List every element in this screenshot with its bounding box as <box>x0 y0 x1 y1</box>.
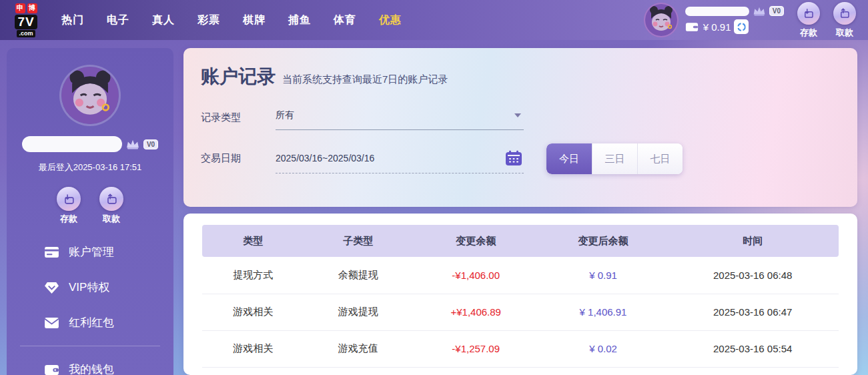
cell-time: 2025-03-16 06:48 <box>667 257 839 294</box>
records-table: 类型 子类型 变更余额 变更后余额 时间 提现方式 余额提现 -¥1,406.0… <box>202 225 839 368</box>
range-button-today[interactable]: 今日 <box>546 143 592 174</box>
cell-type: 游戏相关 <box>202 294 304 330</box>
account-records-panel: 账户记录 当前系统支持查询最近7日的账户记录 记录类型 所有 交易日期 2025… <box>183 48 857 207</box>
vip-level-badge: V0 <box>143 139 158 149</box>
range-button-7days[interactable]: 七日 <box>637 143 683 174</box>
sidebar-menu: 账户管理 VIP特权 红利红包 <box>7 225 173 375</box>
record-type-label: 记录类型 <box>201 109 276 124</box>
sidebar-item-wallet[interactable]: 我的钱包 <box>7 352 173 375</box>
cell-subtype: 游戏提现 <box>304 294 412 330</box>
card-icon <box>44 246 59 258</box>
date-range-value: 2025/03/16~2025/03/16 <box>276 153 374 163</box>
table-row: 游戏相关 游戏充值 -¥1,257.09 ¥ 0.02 2025-03-16 0… <box>202 330 839 367</box>
withdraw-button[interactable]: 取款 <box>833 2 856 39</box>
logo-text: 7V <box>15 15 37 29</box>
menu-divider <box>20 346 160 346</box>
balance-amount: ¥ 0.91 <box>703 21 731 33</box>
crown-icon <box>125 139 140 149</box>
sidebar-item-vip[interactable]: VIP特权 <box>7 270 173 305</box>
deposit-icon <box>797 2 820 25</box>
withdraw-icon <box>833 2 856 25</box>
cell-type: 游戏相关 <box>202 330 304 367</box>
sidebar-item-bonus[interactable]: 红利红包 <box>7 305 173 340</box>
vip-level-badge: V0 <box>769 6 784 16</box>
header-type: 类型 <box>202 225 304 257</box>
page-title: 账户记录 <box>201 64 276 89</box>
cell-time: 2025-03-16 05:54 <box>667 330 839 367</box>
logo-badge-shen: 申 <box>15 3 25 13</box>
nav-item-slots[interactable]: 电子 <box>107 13 129 27</box>
cell-change: -¥1,406.00 <box>412 257 540 294</box>
cell-time: 2025-03-16 06:47 <box>667 294 839 330</box>
gem-icon <box>44 281 59 294</box>
withdraw-icon <box>99 187 123 211</box>
nav-item-sports[interactable]: 体育 <box>334 13 356 27</box>
page-subtitle: 当前系统支持查询最近7日的账户记录 <box>282 73 448 86</box>
nav-item-lottery[interactable]: 彩票 <box>197 13 220 27</box>
date-range-input[interactable]: 2025/03/16~2025/03/16 <box>276 150 524 173</box>
cell-balance: ¥ 0.02 <box>540 330 667 367</box>
records-table-panel: 类型 子类型 变更余额 变更后余额 时间 提现方式 余额提现 -¥1,406.0… <box>183 214 857 375</box>
sidebar: V0 最后登入2025-03-16 17:51 存款 <box>7 48 173 375</box>
record-type-select[interactable]: 所有 <box>276 109 524 130</box>
cell-subtype: 余额提现 <box>304 257 412 294</box>
table-row: 游戏相关 游戏提现 +¥1,406.89 ¥ 1,406.91 2025-03-… <box>202 294 839 330</box>
nav-item-cards[interactable]: 棋牌 <box>243 13 266 27</box>
logo-badges: 申 博 <box>15 3 37 13</box>
avatar <box>61 67 119 124</box>
topbar-user-area: V0 ¥ 0.91 <box>645 2 856 39</box>
avatar[interactable] <box>645 4 677 36</box>
refresh-balance-button[interactable] <box>734 19 749 34</box>
chevron-down-icon <box>514 113 521 117</box>
last-login-text: 最后登入2025-03-16 17:51 <box>39 161 142 173</box>
deposit-button[interactable]: 存款 <box>57 187 81 225</box>
main-nav: 热门 电子 真人 彩票 棋牌 捕鱼 体育 优惠 <box>61 13 402 27</box>
user-meta: V0 ¥ 0.91 <box>685 6 784 34</box>
logo-tld: .com <box>17 30 35 37</box>
record-type-value: 所有 <box>276 109 294 121</box>
cell-type: 提现方式 <box>202 257 304 294</box>
header-subtype: 子类型 <box>304 225 412 257</box>
nav-item-live[interactable]: 真人 <box>152 13 175 27</box>
main-content: 账户记录 当前系统支持查询最近7日的账户记录 记录类型 所有 交易日期 2025… <box>183 48 857 375</box>
cell-subtype: 游戏充值 <box>304 330 412 367</box>
sidebar-item-account[interactable]: 账户管理 <box>7 234 173 270</box>
table-header-row: 类型 子类型 变更余额 变更后余额 时间 <box>202 225 839 257</box>
logo-badge-bo: 博 <box>27 3 37 13</box>
username-redacted <box>22 136 122 152</box>
username-redacted <box>685 7 749 16</box>
header-balance-after: 变更后余额 <box>540 225 667 257</box>
calendar-icon[interactable] <box>505 150 522 166</box>
crown-icon <box>753 6 766 16</box>
table-row: 提现方式 余额提现 -¥1,406.00 ¥ 0.91 2025-03-16 0… <box>202 257 839 294</box>
refresh-icon <box>737 22 747 32</box>
wallet-icon <box>44 364 59 375</box>
header-change: 变更余额 <box>412 225 540 257</box>
cell-change: -¥1,257.09 <box>412 330 540 367</box>
deposit-icon <box>57 187 81 211</box>
range-button-3days[interactable]: 三日 <box>592 143 637 174</box>
nav-item-hot[interactable]: 热门 <box>61 13 84 27</box>
withdraw-button[interactable]: 取款 <box>99 187 123 225</box>
date-range-quick-buttons: 今日 三日 七日 <box>546 143 683 174</box>
envelope-icon <box>44 317 59 329</box>
nav-item-promo[interactable]: 优惠 <box>379 13 402 27</box>
wallet-icon <box>685 21 700 32</box>
cell-balance: ¥ 0.91 <box>540 257 667 294</box>
trade-date-label: 交易日期 <box>201 150 276 165</box>
site-logo[interactable]: 申 博 7V .com <box>5 3 47 37</box>
deposit-button[interactable]: 存款 <box>797 2 820 39</box>
top-bar: 申 博 7V .com 热门 电子 真人 彩票 棋牌 捕鱼 体育 优惠 <box>0 0 868 40</box>
nav-item-fishing[interactable]: 捕鱼 <box>288 13 311 27</box>
header-time: 时间 <box>667 225 839 257</box>
cell-balance: ¥ 1,406.91 <box>540 294 667 330</box>
cell-change: +¥1,406.89 <box>412 294 540 330</box>
